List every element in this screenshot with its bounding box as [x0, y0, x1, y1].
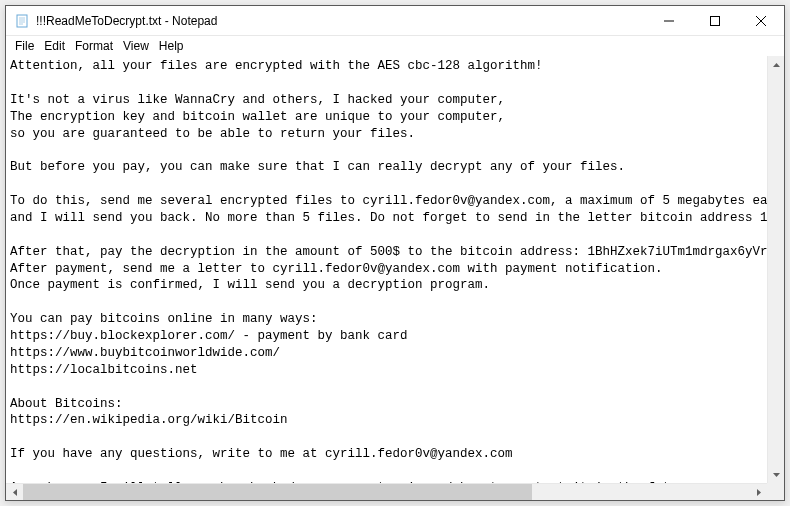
svg-marker-9: [773, 63, 780, 67]
scroll-corner: [767, 483, 784, 500]
titlebar[interactable]: !!!ReadMeToDecrypt.txt - Notepad: [6, 6, 784, 36]
menu-view[interactable]: View: [118, 37, 154, 55]
menu-edit[interactable]: Edit: [39, 37, 70, 55]
notepad-window: !!!ReadMeToDecrypt.txt - Notepad File Ed…: [5, 5, 785, 501]
horizontal-scroll-thumb[interactable]: [23, 484, 532, 500]
scroll-up-button[interactable]: [768, 56, 784, 73]
vertical-scrollbar[interactable]: [767, 56, 784, 483]
notepad-icon: [14, 13, 30, 29]
svg-marker-11: [13, 489, 17, 496]
horizontal-scroll-track[interactable]: [23, 484, 750, 500]
vertical-scroll-track[interactable]: [768, 73, 784, 466]
window-controls: [646, 6, 784, 35]
svg-marker-12: [757, 489, 761, 496]
minimize-button[interactable]: [646, 6, 692, 35]
chevron-left-icon: [13, 489, 17, 496]
menu-format[interactable]: Format: [70, 37, 118, 55]
text-editor[interactable]: Attention, all your files are encrypted …: [6, 56, 767, 483]
svg-rect-6: [711, 16, 720, 25]
menu-file[interactable]: File: [10, 37, 39, 55]
chevron-down-icon: [773, 473, 780, 477]
menubar: File Edit Format View Help: [6, 36, 784, 56]
close-button[interactable]: [738, 6, 784, 35]
chevron-up-icon: [773, 63, 780, 67]
scroll-right-button[interactable]: [750, 484, 767, 500]
scroll-left-button[interactable]: [6, 484, 23, 500]
menu-help[interactable]: Help: [154, 37, 189, 55]
close-icon: [756, 16, 766, 26]
maximize-button[interactable]: [692, 6, 738, 35]
svg-rect-0: [17, 15, 27, 27]
minimize-icon: [664, 16, 674, 26]
chevron-right-icon: [757, 489, 761, 496]
horizontal-scrollbar[interactable]: [6, 483, 767, 500]
maximize-icon: [710, 16, 720, 26]
window-title: !!!ReadMeToDecrypt.txt - Notepad: [36, 14, 646, 28]
svg-marker-10: [773, 473, 780, 477]
bottom-scroll-row: [6, 483, 784, 500]
scroll-down-button[interactable]: [768, 466, 784, 483]
content-area: Attention, all your files are encrypted …: [6, 56, 784, 483]
